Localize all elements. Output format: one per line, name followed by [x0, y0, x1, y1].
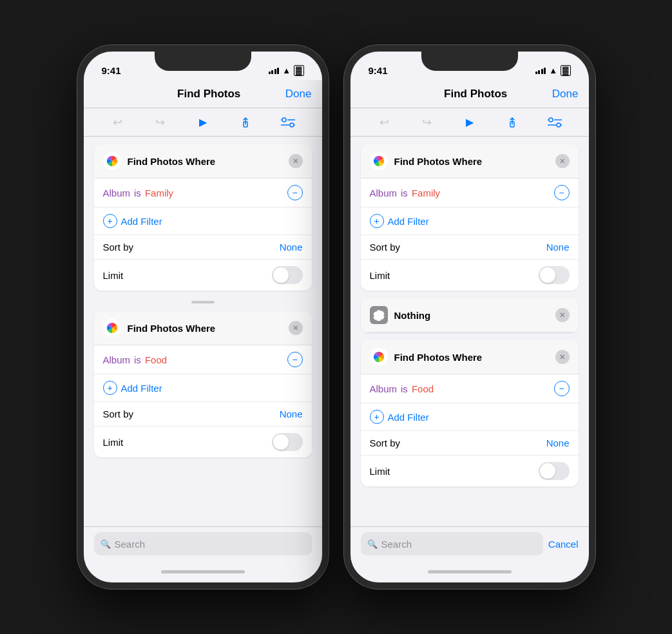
add-filter-plus-family-2[interactable]: +: [370, 214, 384, 228]
photos-icon-food-1: [103, 319, 121, 337]
close-button-food-1[interactable]: ✕: [289, 321, 303, 335]
remove-filter-family-1[interactable]: −: [287, 185, 303, 200]
filter-is-food-2[interactable]: is: [401, 383, 408, 394]
remove-filter-family-2[interactable]: −: [554, 185, 570, 200]
filter-album-family-2[interactable]: Album: [370, 187, 398, 198]
limit-toggle-food-1[interactable]: [272, 433, 303, 451]
wifi-icon-2: ▲: [549, 66, 557, 75]
home-pill-1: [161, 570, 245, 573]
battery-icon-1: ▓: [294, 65, 303, 76]
sort-row-food-1: Sort by None: [94, 402, 312, 427]
gear-icon-nothing: [370, 306, 388, 324]
filter-tags-food-2: Album is Food: [370, 383, 434, 394]
filter-row-family-1: Album is Family −: [94, 178, 312, 207]
battery-icon-2: ▓: [561, 65, 570, 76]
home-indicator-1: [84, 561, 322, 582]
search-placeholder-2: Search: [381, 539, 412, 550]
add-filter-label-food-2[interactable]: Add Filter: [388, 412, 429, 423]
limit-label-food-2: Limit: [370, 466, 390, 477]
sort-value-food-2[interactable]: None: [546, 437, 570, 448]
sort-value-family-2[interactable]: None: [546, 242, 570, 253]
filter-album-1[interactable]: Album: [103, 187, 131, 198]
scroll-indicator-1: [94, 298, 312, 303]
play-button-1[interactable]: ▶: [192, 111, 214, 133]
status-time-2: 9:41: [369, 65, 388, 76]
remove-filter-food-1[interactable]: −: [287, 352, 303, 367]
filter-is-food-1[interactable]: is: [134, 354, 141, 365]
sort-value-food-1[interactable]: None: [280, 408, 303, 419]
close-button-family-1[interactable]: ✕: [289, 154, 303, 168]
settings-button-1[interactable]: [277, 111, 299, 133]
redo-button-2[interactable]: ↪: [416, 111, 438, 133]
signal-icon-1: [269, 68, 280, 74]
card-header-food-2: Find Photos Where ✕: [361, 340, 579, 374]
add-filter-row-family-2: + Add Filter: [361, 207, 579, 235]
close-button-family-2[interactable]: ✕: [555, 154, 570, 168]
settings-button-2[interactable]: [544, 111, 566, 133]
play-icon-1: ▶: [199, 116, 207, 128]
share-button-1[interactable]: [235, 111, 256, 133]
undo-icon-1: ↩: [113, 115, 122, 130]
limit-toggle-family-2[interactable]: [539, 266, 570, 284]
search-bar-container-2: 🔍 Search Cancel: [350, 526, 589, 561]
limit-toggle-food-2[interactable]: [539, 462, 570, 480]
sort-label-family-2: Sort by: [370, 242, 401, 253]
undo-button-2[interactable]: ↩: [374, 111, 396, 133]
close-button-nothing[interactable]: ✕: [555, 308, 570, 322]
redo-button-1[interactable]: ↪: [149, 111, 171, 133]
photos-icon-family-2: [370, 152, 388, 170]
photos-icon-food-2: [370, 348, 388, 366]
add-filter-label-family-1[interactable]: Add Filter: [121, 216, 162, 227]
filter-value-food-2[interactable]: Food: [412, 383, 434, 394]
sort-label-food-1: Sort by: [103, 408, 134, 419]
filter-value-family-1[interactable]: Family: [145, 187, 173, 198]
sort-row-family-2: Sort by None: [361, 235, 579, 260]
add-filter-plus-family-1[interactable]: +: [103, 214, 117, 228]
filter-value-family-2[interactable]: Family: [412, 187, 440, 198]
filter-value-food-1[interactable]: Food: [145, 354, 167, 365]
cancel-button-2[interactable]: Cancel: [548, 539, 579, 550]
wifi-icon-1: ▲: [282, 66, 291, 75]
limit-label-family-2: Limit: [370, 270, 390, 281]
filter-is-family-2[interactable]: is: [401, 187, 408, 198]
scroll-pill-1: [191, 301, 215, 303]
phone-1: 9:41 ▲ ▓ Find Photos Done ↩ ↪ ▶: [77, 45, 329, 589]
filter-is-1[interactable]: is: [134, 187, 141, 198]
remove-filter-food-2[interactable]: −: [554, 381, 570, 396]
status-icons-1: ▲ ▓: [269, 65, 304, 76]
done-button-1[interactable]: Done: [285, 88, 312, 101]
add-filter-plus-food-2[interactable]: +: [370, 410, 384, 424]
card-title-food-1: Find Photos Where: [128, 323, 282, 334]
redo-icon-2: ↪: [422, 115, 432, 130]
card-header-food-1: Find Photos Where ✕: [94, 311, 312, 345]
share-icon-2: [506, 116, 519, 129]
add-filter-row-food-2: + Add Filter: [361, 403, 579, 431]
add-filter-plus-food-1[interactable]: +: [103, 381, 117, 395]
search-bar-1[interactable]: 🔍 Search: [94, 532, 312, 555]
svg-point-1: [282, 118, 286, 122]
play-button-2[interactable]: ▶: [459, 111, 481, 133]
filter-album-food-2[interactable]: Album: [370, 383, 398, 394]
add-filter-label-family-2[interactable]: Add Filter: [388, 216, 429, 227]
status-icons-2: ▲ ▓: [535, 65, 571, 76]
limit-toggle-family-1[interactable]: [272, 266, 303, 284]
filter-row-food-2: Album is Food −: [361, 374, 579, 403]
add-filter-label-food-1[interactable]: Add Filter: [121, 383, 162, 394]
close-button-food-2[interactable]: ✕: [555, 350, 570, 364]
card-header-family-1: Find Photos Where ✕: [94, 144, 312, 178]
limit-row-family-1: Limit: [94, 260, 312, 291]
undo-button-1[interactable]: ↩: [107, 111, 129, 133]
sort-value-family-1[interactable]: None: [280, 242, 303, 253]
svg-point-10: [549, 118, 553, 122]
limit-row-food-2: Limit: [361, 456, 579, 486]
done-button-2[interactable]: Done: [552, 88, 579, 101]
search-icon-2: 🔍: [367, 539, 378, 549]
search-bar-2[interactable]: 🔍 Search: [361, 532, 543, 555]
limit-label-family-1: Limit: [103, 270, 124, 281]
nav-title-2: Find Photos: [444, 88, 507, 101]
share-button-2[interactable]: [501, 111, 523, 133]
sort-label-food-2: Sort by: [370, 437, 401, 448]
filter-row-family-2: Album is Family −: [361, 178, 579, 207]
signal-icon-2: [535, 68, 546, 74]
filter-album-food-1[interactable]: Album: [103, 354, 131, 365]
